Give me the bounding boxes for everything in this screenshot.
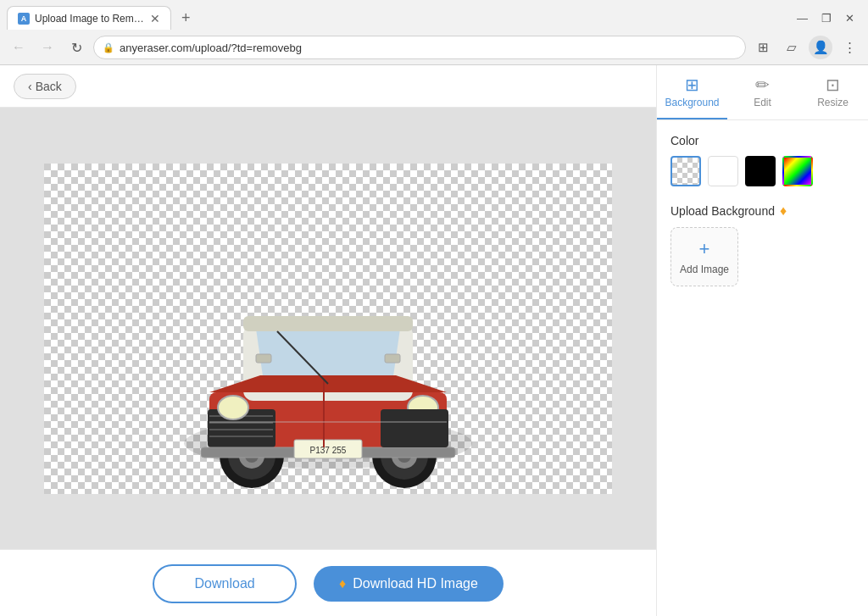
color-black-option[interactable]: [745, 156, 776, 186]
canvas-area: P137 255: [0, 108, 656, 549]
add-icon: +: [699, 238, 710, 260]
svg-rect-33: [381, 409, 448, 447]
back-chevron-icon: ‹: [28, 80, 32, 93]
app-container: ‹ Back: [0, 65, 868, 616]
lock-icon: 🔒: [103, 42, 114, 53]
download-hd-icon: ♦: [339, 576, 346, 591]
svg-rect-30: [256, 354, 271, 363]
window-controls: — ❐ ✕: [797, 12, 854, 25]
svg-rect-31: [385, 354, 400, 363]
add-image-label: Add Image: [680, 264, 729, 275]
crown-icon: ♦: [780, 203, 787, 219]
account-button[interactable]: 👤: [809, 36, 832, 59]
sidebar-tab-edit[interactable]: ✏ Edit: [727, 65, 798, 119]
car-image: P137 255: [175, 206, 481, 494]
forward-nav-button[interactable]: →: [36, 36, 59, 59]
background-tab-label: Background: [665, 97, 719, 108]
svg-text:P137 255: P137 255: [310, 446, 347, 455]
download-hd-button[interactable]: ♦ Download HD Image: [314, 566, 504, 602]
reload-button[interactable]: ↻: [64, 36, 88, 59]
color-multi-option[interactable]: [782, 156, 813, 186]
bottom-bar: Download ♦ Download HD Image: [0, 549, 656, 616]
translate-button[interactable]: ⊞: [751, 36, 775, 59]
main-content: ‹ Back: [0, 65, 656, 616]
upload-bg-text: Upload Background: [670, 204, 775, 218]
edit-tab-icon: ✏: [755, 75, 770, 95]
tab-title: Upload Image to Remove Bg: [35, 13, 145, 25]
sidebar-tab-resize[interactable]: ⊡ Resize: [798, 65, 868, 119]
image-canvas: P137 255: [44, 164, 612, 494]
back-label: Back: [36, 80, 62, 93]
background-tab-icon: ⊞: [685, 75, 699, 95]
tab-favicon: A: [18, 13, 30, 25]
download-hd-label: Download HD Image: [353, 576, 478, 591]
color-options: [670, 156, 854, 186]
address-bar-row: ← → ↻ 🔒 anyeraser.com/upload/?td=removeb…: [0, 31, 868, 64]
menu-button[interactable]: ⋮: [837, 36, 861, 59]
sidebar-tabs: ⊞ Background ✏ Edit ⊡ Resize: [657, 65, 868, 120]
download-button[interactable]: Download: [153, 564, 297, 603]
close-button[interactable]: ✕: [845, 12, 854, 25]
maximize-button[interactable]: ❐: [821, 12, 832, 25]
sidebar-content: Color Upload Background ♦ + Add Image: [657, 120, 868, 616]
resize-tab-label: Resize: [817, 97, 849, 108]
back-button[interactable]: ‹ Back: [14, 74, 76, 99]
edit-tab-label: Edit: [754, 97, 771, 108]
title-bar: A Upload Image to Remove Bg ✕ + — ❐ ✕: [0, 0, 868, 31]
tab-close-icon[interactable]: ✕: [150, 12, 160, 25]
browser-chrome: A Upload Image to Remove Bg ✕ + — ❐ ✕ ← …: [0, 0, 868, 65]
new-tab-button[interactable]: +: [175, 9, 198, 27]
tab[interactable]: A Upload Image to Remove Bg ✕: [7, 6, 171, 30]
bookmark-button[interactable]: ▱: [780, 36, 804, 59]
color-transparent-option[interactable]: [670, 156, 701, 186]
back-nav-button[interactable]: ←: [7, 36, 31, 59]
upload-bg-label: Upload Background ♦: [670, 203, 854, 219]
color-section-label: Color: [670, 134, 854, 147]
upload-bg-section: Upload Background ♦ + Add Image: [670, 203, 854, 286]
url-text: anyeraser.com/upload/?td=removebg: [120, 42, 302, 54]
right-sidebar: ⊞ Background ✏ Edit ⊡ Resize Color: [656, 65, 868, 616]
app-toolbar: ‹ Back: [0, 65, 656, 108]
svg-rect-17: [243, 316, 413, 331]
resize-tab-icon: ⊡: [826, 75, 840, 95]
svg-point-24: [218, 396, 248, 419]
color-white-option[interactable]: [708, 156, 738, 186]
minimize-button[interactable]: —: [797, 12, 808, 25]
add-image-button[interactable]: + Add Image: [670, 227, 738, 286]
sidebar-tab-background[interactable]: ⊞ Background: [657, 65, 727, 119]
address-bar[interactable]: 🔒 anyeraser.com/upload/?td=removebg: [93, 36, 746, 59]
